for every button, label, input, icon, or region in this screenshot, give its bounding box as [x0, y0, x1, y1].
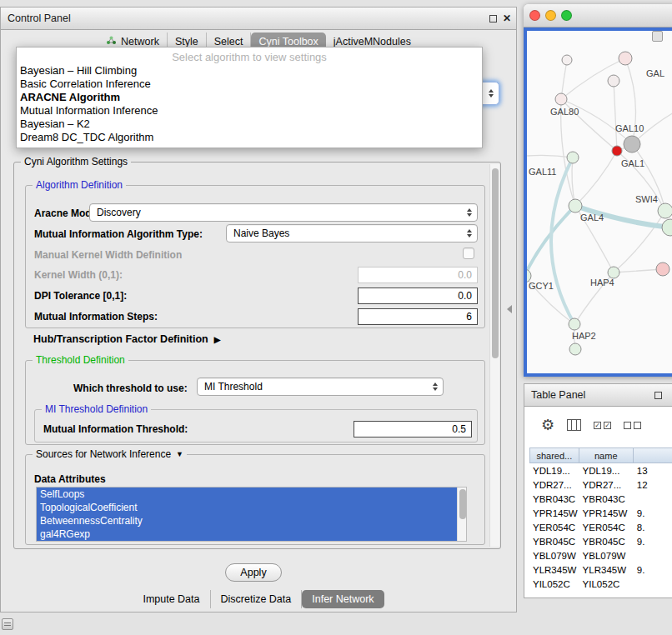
bottom-tab-discretize-data[interactable]: Discretize Data: [211, 590, 303, 608]
table-cell[interactable]: YER054C: [579, 522, 634, 532]
mi-steps-field[interactable]: 6: [358, 308, 478, 325]
attribute-list[interactable]: SelfLoopsTopologicalCoefficientBetweenne…: [36, 487, 467, 542]
table-cell[interactable]: YBR043C: [529, 494, 579, 504]
table-cell[interactable]: 8.: [634, 522, 672, 532]
table-cell[interactable]: 13: [634, 466, 672, 476]
algorithm-option[interactable]: ARACNE Algorithm: [17, 91, 482, 104]
network-node-gal80[interactable]: [555, 93, 567, 105]
attribute-item[interactable]: BetweennessCentrality: [37, 514, 457, 528]
network-node[interactable]: [656, 262, 669, 276]
network-node[interactable]: [569, 343, 581, 355]
bottom-tab-impute-data[interactable]: Impute Data: [133, 590, 210, 608]
settings-scrollbar[interactable]: [489, 164, 499, 547]
minimize-traffic-light-icon[interactable]: [545, 10, 556, 21]
close-traffic-light-icon[interactable]: [529, 10, 540, 21]
table-cell[interactable]: YDR27...: [579, 480, 634, 490]
sources-title-row[interactable]: Sources for Network Inference ▼: [33, 448, 187, 460]
network-edge[interactable]: [551, 158, 574, 324]
apply-button[interactable]: Apply: [225, 563, 282, 582]
table-cell[interactable]: YDL19...: [529, 466, 579, 476]
algorithm-option[interactable]: Mutual Information Inference: [17, 104, 482, 118]
column-header[interactable]: name: [579, 448, 634, 463]
table-cell[interactable]: YPR145W: [579, 508, 634, 518]
table-cell[interactable]: YER054C: [529, 522, 579, 532]
network-canvas[interactable]: GALGAL80GAL10GAL1GAL11SWI4GAL4GCY1HAP4HA…: [524, 28, 672, 377]
table-row[interactable]: YLR345WYLR345W9.: [529, 562, 672, 577]
network-node-swi4[interactable]: [658, 203, 672, 218]
network-edge[interactable]: [614, 81, 617, 151]
algorithm-option[interactable]: Bayesian – K2: [17, 118, 482, 131]
table-row[interactable]: YBR045CYBR045C9.: [529, 534, 672, 548]
control-panel-titlebar[interactable]: Control Panel ✕: [1, 8, 516, 30]
table-cell[interactable]: YDR27...: [529, 480, 579, 490]
network-corner-button[interactable]: [652, 31, 663, 42]
network-node-gal[interactable]: [619, 52, 632, 65]
dpi-tolerance-field[interactable]: 0.0: [358, 288, 478, 304]
float-icon[interactable]: [654, 392, 662, 399]
deselect-all-icon[interactable]: [624, 422, 641, 429]
table-row[interactable]: YBR043CYBR043C: [529, 492, 672, 506]
network-window-titlebar[interactable]: [524, 4, 672, 28]
close-icon[interactable]: ✕: [503, 14, 511, 22]
table-cell[interactable]: YBL079W: [579, 551, 634, 561]
network-node-gal10[interactable]: [624, 136, 640, 152]
network-view-window[interactable]: GALGAL80GAL10GAL1GAL11SWI4GAL4GCY1HAP4HA…: [524, 4, 672, 377]
table-cell[interactable]: 9.: [634, 565, 672, 575]
bottom-tab-infer-network[interactable]: Infer Network: [302, 590, 384, 608]
restore-panel-icon[interactable]: [2, 618, 13, 630]
network-node[interactable]: [608, 75, 619, 87]
panel-resize-handle[interactable]: [507, 305, 512, 313]
algorithm-option[interactable]: Dream8 DC_TDC Algorithm: [17, 131, 482, 144]
table-panel-titlebar[interactable]: Table Panel: [524, 384, 672, 407]
network-node-gal4[interactable]: [569, 199, 582, 212]
network-node-gal1[interactable]: [612, 146, 622, 156]
table-row[interactable]: YBL079WYBL079W: [529, 548, 672, 562]
table-cell[interactable]: YLR345W: [579, 565, 634, 575]
table-cell[interactable]: 12: [634, 480, 672, 490]
network-node-hap4[interactable]: [608, 267, 619, 278]
column-header[interactable]: [634, 448, 672, 463]
table-cell[interactable]: YIL052C: [529, 579, 579, 589]
aracne-mode-select[interactable]: Discovery: [89, 203, 478, 222]
column-header[interactable]: shared...: [529, 448, 579, 463]
network-node[interactable]: [662, 219, 672, 236]
column-selector-icon[interactable]: [567, 419, 581, 431]
mi-threshold-field[interactable]: 0.5: [354, 421, 472, 438]
network-edge[interactable]: [575, 151, 617, 206]
attribute-list-scrollbar[interactable]: [457, 488, 466, 541]
attribute-item[interactable]: TopologicalCoefficient: [37, 501, 457, 514]
table-cell[interactable]: 9.: [634, 537, 672, 547]
table-row[interactable]: YDR27...YDR27...12: [529, 478, 672, 492]
table-cell[interactable]: YDL19...: [579, 466, 634, 476]
table-row[interactable]: YPR145WYPR145W9.: [529, 506, 672, 520]
scrollbar-thumb[interactable]: [492, 168, 499, 358]
table-cell[interactable]: YBR043C: [579, 494, 634, 504]
network-edge[interactable]: [614, 269, 663, 272]
table-cell[interactable]: 9.: [634, 508, 672, 518]
table-cell[interactable]: YBR045C: [579, 537, 634, 547]
hub-definition-toggle[interactable]: Hub/Transcription Factor Definition ▶: [33, 333, 220, 345]
mi-algorithm-type-select[interactable]: Naive Bayes: [226, 224, 478, 242]
table-cell[interactable]: YLR345W: [529, 565, 579, 575]
network-node-gal11[interactable]: [567, 152, 579, 163]
table-cell[interactable]: YBR045C: [529, 537, 579, 547]
scrollbar-thumb[interactable]: [459, 489, 466, 519]
float-icon[interactable]: [489, 15, 497, 22]
table-cell[interactable]: YBL079W: [529, 551, 579, 561]
table-cell[interactable]: YPR145W: [529, 508, 579, 518]
select-all-icon[interactable]: ✓✓: [594, 422, 611, 429]
settings-gear-icon[interactable]: ⚙: [541, 418, 554, 432]
which-threshold-select[interactable]: MI Threshold: [197, 378, 444, 396]
zoom-traffic-light-icon[interactable]: [561, 10, 572, 21]
network-edge[interactable]: [527, 155, 573, 158]
algorithm-option[interactable]: Bayesian – Hill Climbing: [17, 64, 482, 78]
network-node-hap2[interactable]: [569, 318, 580, 330]
attribute-item[interactable]: gal4RGexp: [37, 528, 457, 541]
algorithm-option[interactable]: Basic Correlation Inference: [17, 78, 482, 91]
table-row[interactable]: YDL19...YDL19...13: [529, 463, 672, 478]
table-cell[interactable]: YIL052C: [579, 579, 634, 589]
table-row[interactable]: YER054CYER054C8.: [529, 520, 672, 534]
network-node[interactable]: [562, 55, 572, 65]
attribute-item[interactable]: SelfLoops: [37, 488, 457, 501]
table-row[interactable]: YIL052CYIL052C: [529, 577, 672, 591]
